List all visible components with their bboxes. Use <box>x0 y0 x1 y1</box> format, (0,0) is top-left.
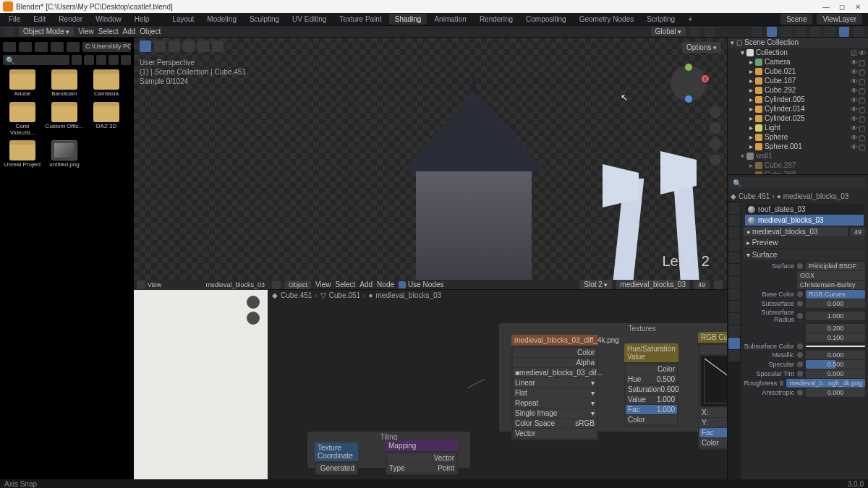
subsurfcolor-field[interactable] <box>806 346 865 347</box>
vp-menu-object[interactable]: Object <box>140 27 161 35</box>
material-slot-item[interactable]: roof_slates_03 <box>745 204 864 215</box>
tab-add[interactable]: + <box>682 14 698 25</box>
image-dropdown[interactable]: medieval_blocks_03 <box>205 281 265 288</box>
overlay-toggle-icon[interactable] <box>767 27 777 37</box>
tab-rendering[interactable]: Rendering <box>474 14 519 25</box>
tab-viewlayer-icon[interactable] <box>728 227 740 239</box>
outliner-object[interactable]: ▸Cylinder.014👁▢ <box>728 104 868 114</box>
zoom-icon[interactable] <box>710 106 721 118</box>
outliner-object[interactable]: ▸Camera👁▢ <box>728 57 868 67</box>
pan-icon[interactable] <box>710 122 721 134</box>
shader-editor[interactable]: Object View Select Add Node Use Nodes Sl… <box>268 280 727 479</box>
tab-scene-icon[interactable] <box>728 239 740 251</box>
shading-solid-icon[interactable] <box>810 27 820 37</box>
tab-world-icon[interactable] <box>728 252 740 263</box>
node-hsv[interactable]: Hue/Saturation Value Color Hue0.500 Satu… <box>624 343 678 427</box>
vp-menu-add[interactable]: Add <box>123 27 136 35</box>
material-slot-list[interactable]: roof_slates_03 medieval_blocks_03 <box>745 204 864 226</box>
folder-item[interactable]: Adobe <box>3 69 42 98</box>
shading-matprev-icon[interactable] <box>825 27 835 37</box>
close-button[interactable]: ✕ <box>851 1 865 12</box>
shading-rendered-icon[interactable] <box>839 27 849 37</box>
tab-modifier-icon[interactable] <box>728 276 740 288</box>
roughness-field[interactable]: medieval_b...ugh_4k.png <box>786 379 865 388</box>
outliner-object[interactable]: ▸Sphere👁▢ <box>728 132 868 142</box>
node-mapping[interactable]: Mapping Vector TypePoint <box>386 440 458 475</box>
node-image-texture[interactable]: medieval_blocks_03_diff_4k.png Color Alp… <box>511 335 598 440</box>
tab-layout[interactable]: Layout <box>166 14 200 25</box>
outliner-object[interactable]: ▸Cube.021👁▢ <box>728 67 868 76</box>
ng-menu-node[interactable]: Node <box>377 281 394 288</box>
display-mode-icon[interactable] <box>96 55 106 65</box>
uv-overlay-icon[interactable] <box>247 312 260 325</box>
gizmo-toggle-icon[interactable] <box>752 27 762 37</box>
outliner-object[interactable]: ▸Sphere.001👁▢ <box>728 142 868 151</box>
use-nodes-checkbox[interactable]: Use Nodes <box>399 281 443 288</box>
node-texture-coordinate[interactable]: Texture Coordinate Generated <box>315 442 358 475</box>
proportional-icon[interactable] <box>705 27 715 37</box>
outliner-object[interactable]: ▸Cube.292👁▢ <box>728 85 868 95</box>
tab-scripting[interactable]: Scripting <box>641 14 681 25</box>
maximize-button[interactable]: ◻ <box>835 1 849 12</box>
editor-type-icon[interactable] <box>137 281 145 289</box>
folder-item[interactable]: Camtasia <box>87 69 126 98</box>
display-mode-icon[interactable] <box>72 55 82 65</box>
filebrowser-search[interactable]: 🔍 <box>3 55 69 65</box>
ng-menu-view[interactable]: View <box>315 281 331 288</box>
folder-item[interactable]: DAZ 3D <box>87 102 126 137</box>
basecolor-field[interactable]: RGB Curves <box>806 290 865 299</box>
folder-item[interactable]: Corel VideoSt... <box>3 102 42 137</box>
distribution-dropdown[interactable]: GGX <box>797 271 865 280</box>
material-users[interactable]: 49 <box>851 228 865 236</box>
outliner-root[interactable]: ▾ ▢ Scene Collection <box>728 38 868 48</box>
tab-render-icon[interactable] <box>728 202 740 214</box>
snap-icon[interactable] <box>690 27 700 37</box>
tab-sculpting[interactable]: Sculpting <box>244 14 285 25</box>
tab-object-icon[interactable] <box>728 264 740 275</box>
sort-icon[interactable] <box>109 55 119 65</box>
refresh-button[interactable] <box>51 42 64 52</box>
orientation-dropdown[interactable]: Global ▾ <box>651 27 686 36</box>
tool-icon[interactable] <box>183 40 195 52</box>
tab-texture-icon[interactable] <box>728 350 740 361</box>
subsurfrad-field[interactable]: 0.100 <box>806 333 865 342</box>
tab-data-icon[interactable] <box>728 325 740 337</box>
subsurf-field[interactable]: 0.000 <box>806 299 865 308</box>
persp-icon[interactable] <box>710 154 721 166</box>
tool-icon[interactable] <box>169 40 180 52</box>
tab-particles-icon[interactable] <box>728 288 740 300</box>
file-item[interactable]: untitled.png <box>45 140 84 168</box>
vp-menu-select[interactable]: Select <box>98 27 119 35</box>
menu-window[interactable]: Window <box>90 14 127 25</box>
tab-texturepaint[interactable]: Texture Paint <box>333 14 387 25</box>
ng-menu-add[interactable]: Add <box>359 281 373 288</box>
specular-field[interactable]: 0.500 <box>806 360 865 369</box>
menu-file[interactable]: File <box>3 14 26 25</box>
subsurfrad-field[interactable]: 0.200 <box>806 324 865 333</box>
new-folder-button[interactable] <box>67 42 80 52</box>
outliner-object[interactable]: ▸Light👁▢ <box>728 123 868 132</box>
surface-shader-dropdown[interactable]: Principled BSDF <box>806 262 865 270</box>
tab-compositing[interactable]: Compositing <box>520 14 572 25</box>
outliner-collection[interactable]: ▾Collection☑👁 <box>728 48 868 57</box>
xray-icon[interactable] <box>781 27 791 37</box>
ng-menu-select[interactable]: Select <box>336 281 356 288</box>
menu-render[interactable]: Render <box>53 14 88 25</box>
outliner-collection-hidden[interactable]: ▾wall1 <box>728 151 868 160</box>
folder-item[interactable]: Unreal Project <box>3 140 42 168</box>
camera-icon[interactable] <box>710 138 721 150</box>
up-button[interactable] <box>35 42 48 52</box>
tab-animation[interactable]: Animation <box>428 14 472 25</box>
tab-uvediting[interactable]: UV Editing <box>286 14 332 25</box>
menu-edit[interactable]: Edit <box>27 14 51 25</box>
outliner-object[interactable]: ▸Cube.187👁▢ <box>728 76 868 85</box>
tab-output-icon[interactable] <box>728 215 740 226</box>
scene-selector[interactable]: Scene <box>780 14 812 25</box>
tab-modeling[interactable]: Modeling <box>201 14 242 25</box>
vp-menu-view[interactable]: View <box>78 27 94 35</box>
tab-shading[interactable]: Shading <box>389 14 427 25</box>
folder-item[interactable]: Custom Offic... <box>45 102 84 137</box>
cursor-tool-icon[interactable] <box>154 40 166 52</box>
tab-constraints-icon[interactable] <box>728 313 740 325</box>
metallic-field[interactable]: 0.000 <box>806 351 865 359</box>
